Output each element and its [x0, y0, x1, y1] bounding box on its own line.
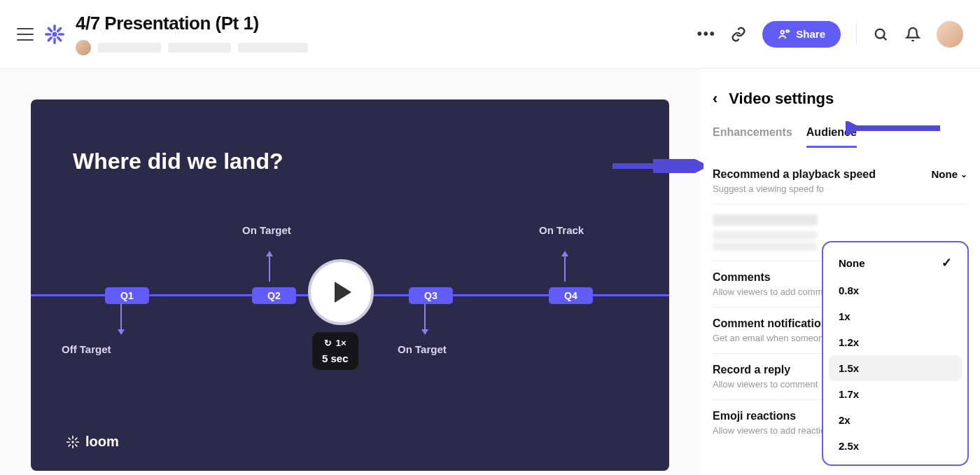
setting-playback-speed: Recommend a playback speed Suggest a vie… [713, 168, 967, 205]
author-avatar[interactable] [76, 40, 91, 55]
q3-arrow [424, 304, 426, 331]
svg-rect-7 [47, 26, 53, 32]
playback-speed-desc: Suggest a viewing speed fo [713, 184, 967, 194]
svg-point-13 [71, 441, 74, 443]
timestamp-blurred [168, 43, 231, 53]
tab-enhancements[interactable]: Enhancements [713, 126, 792, 148]
video-area: Where did we land? Q1 Q2 Q3 Q4 Off Targe… [0, 69, 700, 475]
app-header: 4/7 Presentation (Pt 1) ••• Share [0, 0, 980, 69]
speed-dropdown: None✓ 0.8x 1x 1.2x 1.5x 1.7x 2x 2.5x [822, 241, 969, 466]
loom-watermark: loom [66, 434, 119, 450]
svg-rect-3 [45, 33, 51, 36]
playback-rate: 1× [336, 338, 346, 348]
svg-rect-2 [53, 37, 56, 43]
blurred-setting-desc2 [713, 242, 818, 251]
divider [856, 24, 857, 45]
slide-title: Where did we land? [73, 149, 283, 174]
blurred-setting-label [713, 214, 818, 226]
meta-row [76, 40, 308, 55]
svg-rect-19 [68, 443, 71, 447]
speed-current: None [932, 168, 958, 180]
annotation-arrow-1 [846, 121, 940, 135]
svg-rect-21 [74, 443, 78, 447]
q4-label: On Track [539, 224, 584, 236]
q4-pill: Q4 [549, 287, 593, 304]
playback-badge: ↻1× 5 sec [312, 332, 358, 370]
svg-rect-18 [74, 436, 78, 440]
q1-arrow [120, 304, 122, 331]
q3-pill: Q3 [409, 287, 453, 304]
q1-label: Off Target [62, 343, 111, 355]
q2-pill: Q2 [252, 287, 296, 304]
bell-icon[interactable] [904, 26, 921, 43]
menu-icon[interactable] [17, 28, 34, 41]
svg-rect-17 [76, 441, 79, 443]
q1-pill: Q1 [105, 287, 149, 304]
share-button[interactable]: Share [762, 21, 841, 48]
check-icon: ✓ [941, 255, 952, 270]
q2-arrow [269, 255, 270, 282]
search-icon[interactable] [872, 26, 889, 43]
settings-title: Video settings [729, 90, 834, 108]
svg-rect-15 [72, 445, 74, 448]
playback-speed-select[interactable]: None ⌄ [932, 168, 968, 180]
video-player[interactable]: Where did we land? Q1 Q2 Q3 Q4 Off Targe… [31, 99, 669, 471]
share-label: Share [796, 28, 825, 40]
play-icon [335, 282, 351, 303]
speed-option-15x[interactable]: 1.5x [829, 355, 962, 381]
speed-option-12x[interactable]: 1.2x [829, 329, 962, 355]
link-icon[interactable] [730, 26, 747, 43]
chevron-down-icon: ⌄ [960, 170, 967, 179]
header-right: ••• Share [698, 21, 963, 48]
svg-line-12 [883, 36, 887, 40]
svg-rect-20 [68, 436, 71, 440]
q2-label: On Target [242, 224, 291, 236]
speed-option-none[interactable]: None✓ [829, 248, 962, 277]
speed-option-2x[interactable]: 2x [829, 407, 962, 433]
speed-option-1x[interactable]: 1x [829, 303, 962, 329]
svg-rect-5 [56, 26, 62, 32]
q4-arrow [564, 255, 566, 282]
svg-rect-14 [72, 435, 74, 439]
svg-rect-6 [47, 36, 53, 42]
duration-label: 5 sec [322, 352, 349, 364]
title-block: 4/7 Presentation (Pt 1) [76, 13, 308, 55]
q3-label: On Target [398, 343, 447, 355]
speed-option-08x[interactable]: 0.8x [829, 277, 962, 303]
svg-rect-1 [53, 25, 56, 31]
user-avatar[interactable] [937, 21, 963, 48]
svg-rect-8 [56, 36, 62, 42]
more-icon[interactable]: ••• [698, 26, 715, 43]
tag-blurred [238, 43, 308, 53]
svg-point-11 [876, 29, 885, 38]
author-name-blurred [98, 43, 161, 53]
loom-logo-icon[interactable] [45, 25, 64, 44]
play-button[interactable] [308, 259, 374, 325]
header-left: 4/7 Presentation (Pt 1) [17, 13, 308, 55]
back-icon[interactable]: ‹ [713, 90, 718, 108]
svg-rect-16 [66, 441, 70, 443]
settings-header: ‹ Video settings [713, 90, 967, 108]
main-layout: Where did we land? Q1 Q2 Q3 Q4 Off Targe… [0, 69, 980, 475]
blurred-setting-desc [713, 231, 818, 240]
annotation-arrow-2 [612, 159, 704, 173]
svg-rect-4 [58, 33, 64, 36]
svg-point-0 [52, 32, 57, 36]
svg-point-9 [781, 30, 785, 34]
playback-speed-label: Recommend a playback speed [713, 168, 967, 181]
page-title: 4/7 Presentation (Pt 1) [76, 13, 308, 34]
speed-option-25x[interactable]: 2.5x [829, 433, 962, 459]
speed-option-17x[interactable]: 1.7x [829, 381, 962, 407]
